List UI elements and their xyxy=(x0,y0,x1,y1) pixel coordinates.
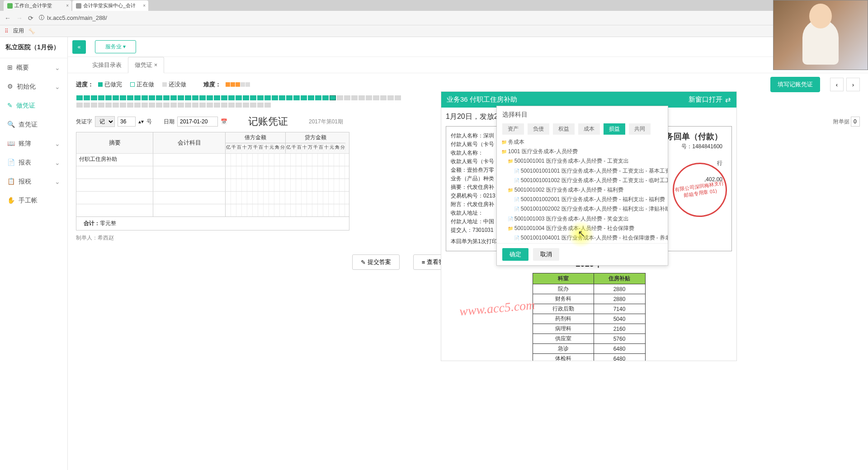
progress-cell[interactable] xyxy=(105,95,112,100)
progress-cell[interactable] xyxy=(98,103,104,108)
sidebar-item[interactable]: ✋手工帐 xyxy=(0,191,67,210)
progress-cell[interactable] xyxy=(120,103,126,108)
close-icon[interactable]: × xyxy=(143,3,146,8)
voucher-num-input[interactable] xyxy=(118,117,136,127)
tree-node[interactable]: 1001 医疗业务成本-人员经费 xyxy=(501,147,663,156)
sidebar-item[interactable]: 🔍查凭证 xyxy=(0,115,67,134)
tree-node[interactable]: 5001001002 医疗业务成本-人员经费 - 福利费 xyxy=(501,185,663,195)
progress-cell[interactable] xyxy=(170,103,177,108)
industry-select[interactable]: 服务业 ▾ xyxy=(95,40,136,53)
progress-cell[interactable] xyxy=(228,103,235,108)
tree-node[interactable]: 5001001003 医疗业务成本-人员经费 - 奖金支出 xyxy=(501,214,663,224)
progress-cell[interactable] xyxy=(308,95,314,100)
submit-answer-button[interactable]: ✎提交答案 xyxy=(352,254,400,270)
sidebar-item[interactable]: ⊞概要⌄ xyxy=(0,58,67,77)
voucher-row[interactable] xyxy=(76,204,349,216)
progress-cell[interactable] xyxy=(105,103,112,108)
reload-icon[interactable]: ⟳ xyxy=(28,14,33,22)
progress-cell[interactable] xyxy=(214,103,220,108)
voucher-date-input[interactable] xyxy=(177,117,218,127)
progress-cell[interactable] xyxy=(250,103,256,108)
subject-tab[interactable]: 资产 xyxy=(502,123,524,135)
progress-cell[interactable] xyxy=(156,95,162,100)
tree-node[interactable]: 务成本 xyxy=(501,137,663,147)
progress-cell[interactable] xyxy=(257,103,264,108)
progress-cell[interactable] xyxy=(221,95,227,100)
progress-cell[interactable] xyxy=(315,95,321,100)
prev-button[interactable]: ‹ xyxy=(830,78,844,91)
progress-cell[interactable] xyxy=(178,103,184,108)
progress-cell[interactable] xyxy=(185,95,191,100)
cancel-button[interactable]: 取消 xyxy=(533,248,559,261)
progress-cell[interactable] xyxy=(257,95,264,100)
tree-node[interactable]: 5001001001002 医疗业务成本-人员经费 - 工资支出 - 临时工工资 xyxy=(501,176,663,185)
sidebar-item[interactable]: ✎做凭证 xyxy=(0,96,67,115)
progress-cell[interactable] xyxy=(387,95,394,100)
subject-tab[interactable]: 损益 xyxy=(604,123,625,135)
progress-cell[interactable] xyxy=(84,103,90,108)
progress-cell[interactable] xyxy=(301,95,307,100)
progress-cell[interactable] xyxy=(337,95,343,100)
progress-cell[interactable] xyxy=(91,103,97,108)
tree-node[interactable]: 5001001001 医疗业务成本-人员经费 - 工资支出 xyxy=(501,156,663,166)
attachment-count-input[interactable] xyxy=(851,117,860,127)
progress-cell[interactable] xyxy=(359,95,365,100)
tree-node[interactable]: 5001001002002 医疗业务成本-人员经费 - 福利支出 - 津贴补助及… xyxy=(501,204,663,214)
tree-node[interactable]: 5001001004002 医疗业务成本-人员经费 - 社会保障缴费 - 医疗保… xyxy=(501,243,663,243)
progress-cell[interactable] xyxy=(76,103,83,108)
progress-cell[interactable] xyxy=(250,95,256,100)
progress-cell[interactable] xyxy=(134,95,141,100)
progress-cell[interactable] xyxy=(330,95,336,100)
progress-cell[interactable] xyxy=(380,95,387,100)
progress-cell[interactable] xyxy=(127,103,133,108)
calendar-icon[interactable]: 📅 xyxy=(221,118,227,125)
progress-cell[interactable] xyxy=(192,95,198,100)
voucher-prefix-select[interactable]: 记 xyxy=(95,116,115,127)
browser-tab-2[interactable]: 会计学堂实操中心_会计 × xyxy=(72,0,148,11)
progress-cell[interactable] xyxy=(366,95,372,100)
subject-tab[interactable]: 权益 xyxy=(553,123,575,135)
tree-node[interactable]: 5001001004001 医疗业务成本-人员经费 - 社会保障缴费 - 养老保… xyxy=(501,233,663,243)
apps-icon[interactable]: ⠿ xyxy=(5,28,9,34)
tree-node[interactable]: 5001001004 医疗业务成本-人员经费 - 社会保障费 xyxy=(501,224,663,233)
progress-cell[interactable] xyxy=(351,95,358,100)
progress-cell[interactable] xyxy=(199,95,206,100)
progress-cell[interactable] xyxy=(149,95,155,100)
progress-cell[interactable] xyxy=(228,95,235,100)
subject-tab[interactable]: 共同 xyxy=(629,123,651,135)
spinner-icon[interactable]: ▴▾ xyxy=(138,118,144,125)
ok-button[interactable]: 确定 xyxy=(502,248,528,261)
progress-cell[interactable] xyxy=(76,95,83,100)
tab-voucher[interactable]: 做凭证 × xyxy=(128,57,164,73)
progress-cell[interactable] xyxy=(395,95,401,100)
progress-cell[interactable] xyxy=(163,103,170,108)
progress-cell[interactable] xyxy=(134,103,141,108)
progress-cell[interactable] xyxy=(178,95,184,100)
close-icon[interactable]: × xyxy=(66,3,69,8)
sidebar-item[interactable]: 📋报税⌄ xyxy=(0,172,67,191)
progress-cell[interactable] xyxy=(322,95,329,100)
progress-cell[interactable] xyxy=(264,95,271,100)
progress-cell[interactable] xyxy=(236,103,242,108)
open-new-window-button[interactable]: 新窗口打开 ⇄ xyxy=(689,95,731,104)
progress-cell[interactable] xyxy=(185,103,191,108)
sidebar-item[interactable]: 📄报表⌄ xyxy=(0,153,67,172)
voucher-row[interactable] xyxy=(76,191,349,204)
progress-cell[interactable] xyxy=(214,95,220,100)
next-button[interactable]: › xyxy=(846,78,860,91)
progress-cell[interactable] xyxy=(221,103,227,108)
progress-cell[interactable] xyxy=(236,95,242,100)
tree-node[interactable]: 5001001002001 医疗业务成本-人员经费 - 福利支出 - 福利费 xyxy=(501,195,663,204)
progress-cell[interactable] xyxy=(120,95,126,100)
bookmark-icon[interactable]: 🦴 xyxy=(28,28,35,34)
progress-cell[interactable] xyxy=(113,95,119,100)
apps-label[interactable]: 应用 xyxy=(13,27,24,35)
progress-cell[interactable] xyxy=(149,103,155,108)
progress-cell[interactable] xyxy=(344,95,350,100)
subject-tab[interactable]: 负债 xyxy=(528,123,549,135)
progress-cell[interactable] xyxy=(272,95,278,100)
progress-cell[interactable] xyxy=(142,103,148,108)
tab-catalog[interactable]: 实操目录表 xyxy=(86,57,128,73)
voucher-row[interactable] xyxy=(76,179,349,191)
progress-cell[interactable] xyxy=(163,95,170,100)
